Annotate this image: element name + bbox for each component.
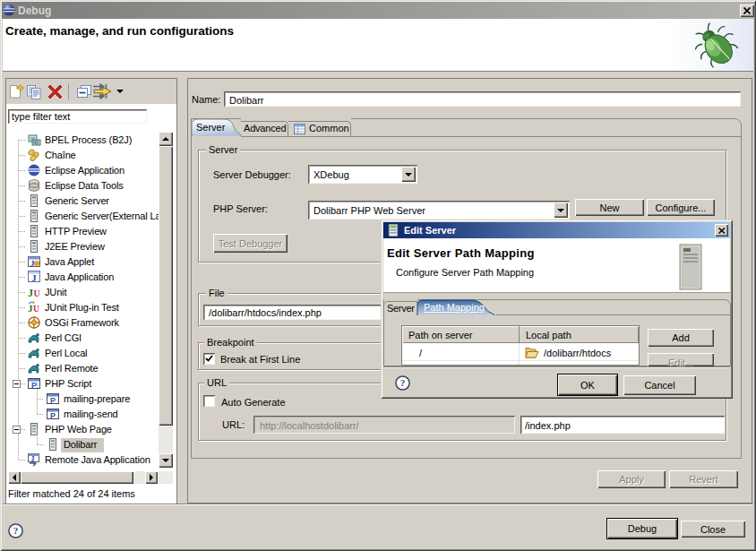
svg-text:U: U — [34, 288, 40, 298]
svg-text:P: P — [50, 396, 56, 405]
svg-text:?: ? — [400, 377, 406, 388]
svg-text:J: J — [32, 273, 37, 283]
svg-text:J: J — [30, 259, 35, 268]
svg-text:?: ? — [13, 525, 19, 536]
svg-text:J: J — [28, 287, 33, 299]
svg-text:U: U — [33, 305, 39, 314]
svg-text:P: P — [50, 411, 56, 420]
